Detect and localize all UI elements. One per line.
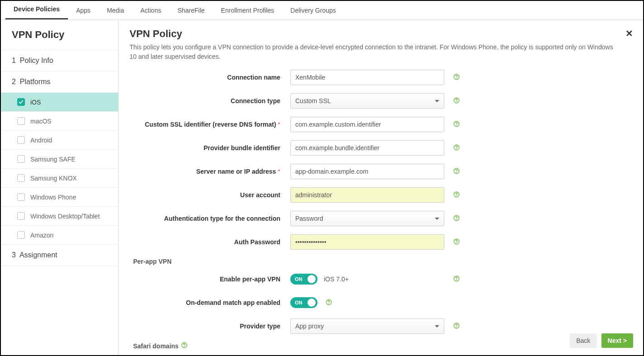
platform-label: Windows Phone: [30, 194, 76, 201]
close-icon[interactable]: ✕: [625, 28, 633, 39]
label-connection-name: Connection name: [130, 74, 290, 81]
top-tabs: Device Policies Apps Media Actions Share…: [1, 1, 643, 20]
checkbox-icon[interactable]: [17, 155, 25, 163]
input-auth-password[interactable]: [290, 234, 444, 250]
platform-label: Amazon: [30, 232, 53, 239]
label-ondemand: On-demand match app enabled: [130, 299, 290, 306]
label-auth-type: Authentication type for the connection: [130, 215, 290, 222]
wizard-footer: Back Next >: [570, 333, 633, 348]
platform-ios[interactable]: iOS: [1, 92, 118, 111]
chevron-down-icon: [435, 218, 439, 220]
step-label: Policy Info: [20, 57, 53, 64]
platform-windows-phone[interactable]: Windows Phone: [1, 187, 118, 206]
back-button[interactable]: Back: [570, 333, 596, 348]
section-per-app-vpn: Per-app VPN: [133, 258, 632, 265]
chevron-down-icon: [435, 100, 439, 102]
platform-label: Samsung SAFE: [30, 156, 76, 163]
label-server: Server name or IP address *: [130, 168, 290, 175]
input-provider-bundle[interactable]: [290, 140, 444, 156]
help-icon[interactable]: [453, 97, 460, 105]
checkbox-icon[interactable]: [17, 231, 25, 239]
help-icon[interactable]: [326, 299, 332, 307]
step-label: Platforms: [20, 78, 51, 85]
platform-samsung-knox[interactable]: Samsung KNOX: [1, 168, 118, 187]
tab-enrollment-profiles[interactable]: Enrollment Profiles: [213, 1, 283, 19]
tab-device-policies[interactable]: Device Policies: [5, 0, 68, 19]
platform-list: iOS macOS Android Samsung SAFE Samsung K…: [1, 92, 118, 244]
input-connection-name[interactable]: [290, 70, 444, 85]
help-icon[interactable]: [453, 323, 460, 330]
help-icon[interactable]: [181, 342, 187, 350]
help-icon[interactable]: [453, 168, 460, 176]
help-icon[interactable]: [453, 275, 460, 283]
select-auth-type[interactable]: Password: [290, 211, 444, 226]
checkbox-icon[interactable]: [17, 136, 25, 144]
platform-label: iOS: [30, 99, 41, 106]
select-value: Custom SSL: [295, 97, 331, 104]
select-value: App proxy: [295, 323, 324, 330]
label-user-account: User account: [130, 191, 290, 199]
checkbox-icon[interactable]: [17, 117, 25, 125]
platform-android[interactable]: Android: [1, 130, 118, 149]
step-platforms[interactable]: 2 Platforms: [1, 71, 118, 92]
help-icon[interactable]: [453, 238, 460, 246]
label-auth-password: Auth Password: [130, 238, 290, 246]
label-provider-bundle: Provider bundle identifier: [130, 144, 290, 152]
step-assignment[interactable]: 3 Assignment: [1, 244, 118, 266]
label-enable-perapp: Enable per-app VPN: [130, 275, 290, 283]
platform-label: Samsung KNOX: [30, 175, 77, 182]
select-connection-type[interactable]: Custom SSL: [290, 93, 444, 109]
checkbox-icon[interactable]: [17, 98, 25, 106]
toggle-enable-perapp[interactable]: ON: [290, 274, 317, 285]
tab-sharefile[interactable]: ShareFile: [169, 1, 213, 19]
label-provider-type: Provider type: [130, 323, 290, 330]
platform-label: Windows Desktop/Tablet: [30, 213, 100, 220]
sidebar-title: VPN Policy: [1, 20, 118, 50]
toggle-knob: [308, 275, 316, 283]
help-icon[interactable]: [453, 121, 460, 128]
section-label: Safari domains: [133, 342, 178, 350]
select-provider-type[interactable]: App proxy: [290, 318, 444, 334]
chevron-down-icon: [435, 325, 439, 328]
help-icon[interactable]: [453, 191, 460, 199]
page-description: This policy lets you configure a VPN con…: [130, 43, 619, 62]
main-panel: ✕ VPN Policy This policy lets you config…: [119, 20, 643, 355]
step-policy-info[interactable]: 1 Policy Info: [1, 50, 118, 71]
tab-apps[interactable]: Apps: [68, 1, 99, 19]
section-safari-domains: Safari domains: [133, 342, 632, 350]
step-num: 3: [12, 251, 16, 259]
checkbox-icon[interactable]: [17, 193, 25, 201]
toggle-state: ON: [292, 300, 303, 305]
step-num: 2: [12, 78, 16, 85]
wizard-sidebar: VPN Policy 1 Policy Info 2 Platforms iOS…: [1, 20, 119, 355]
label-connection-type: Connection type: [130, 97, 290, 104]
help-icon[interactable]: [453, 144, 460, 152]
next-button[interactable]: Next >: [601, 333, 633, 348]
toggle-state: ON: [292, 276, 303, 282]
tab-media[interactable]: Media: [99, 1, 132, 19]
step-label: Assignment: [19, 251, 58, 259]
platform-samsung-safe[interactable]: Samsung SAFE: [1, 149, 118, 168]
select-value: Password: [295, 215, 323, 222]
tab-actions[interactable]: Actions: [132, 1, 169, 19]
input-custom-ssl-id[interactable]: [290, 117, 444, 132]
help-icon[interactable]: [453, 215, 460, 223]
checkbox-icon[interactable]: [17, 174, 25, 182]
platform-label: Android: [30, 137, 52, 144]
platform-windows-desktop[interactable]: Windows Desktop/Tablet: [1, 206, 118, 225]
input-user-account[interactable]: [290, 187, 444, 203]
label-custom-ssl-id: Custom SSL identifier (reverse DNS forma…: [130, 121, 290, 128]
help-icon[interactable]: [453, 74, 460, 81]
platform-macos[interactable]: macOS: [1, 111, 118, 130]
tab-delivery-groups[interactable]: Delivery Groups: [282, 1, 344, 19]
step-num: 1: [12, 57, 16, 64]
toggle-knob: [308, 299, 316, 307]
hint-ios-version: iOS 7.0+: [324, 275, 349, 283]
input-server[interactable]: [290, 164, 444, 179]
page-title: VPN Policy: [130, 28, 632, 40]
toggle-ondemand[interactable]: ON: [290, 297, 317, 308]
platform-amazon[interactable]: Amazon: [1, 225, 118, 244]
platform-label: macOS: [30, 118, 52, 125]
checkbox-icon[interactable]: [17, 212, 25, 220]
